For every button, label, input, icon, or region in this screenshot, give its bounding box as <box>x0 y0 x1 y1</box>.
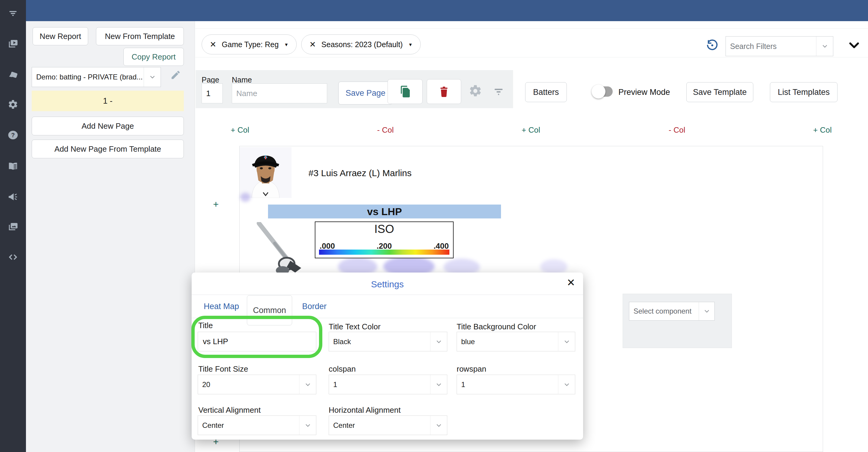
duplicate-page-button[interactable] <box>388 79 423 104</box>
add-column-button[interactable]: + Col <box>223 125 256 135</box>
preview-mode-label: Preview Mode <box>618 88 670 97</box>
title-bg-color-select[interactable]: blue <box>457 332 575 351</box>
chevron-down-icon[interactable] <box>299 416 316 435</box>
code-icon[interactable] <box>7 252 19 262</box>
report-panel: New Report New From Template Copy Report… <box>26 21 195 452</box>
filter-history-icon[interactable] <box>706 39 719 52</box>
tab-common[interactable]: Common <box>247 295 292 326</box>
settings-modal: Settings ✕ Heat Map Common Border Title … <box>192 273 583 440</box>
new-from-template-button[interactable]: New From Template <box>96 27 184 45</box>
title-text-color-select[interactable]: Black <box>329 332 447 351</box>
add-row-button[interactable]: + <box>213 199 219 210</box>
add-new-page-from-template-button[interactable]: Add New Page From Template <box>32 140 184 158</box>
component-title-banner[interactable]: vs LHP <box>268 204 501 219</box>
heatmap-fragment <box>240 193 250 202</box>
batters-button[interactable]: Batters <box>525 82 567 102</box>
delete-page-button[interactable] <box>427 79 461 104</box>
vertical-alignment-value: Center <box>198 416 299 435</box>
remove-filter-icon[interactable]: ✕ <box>309 40 316 49</box>
page-filter-icon[interactable] <box>493 85 505 97</box>
chevron-down-icon[interactable] <box>299 375 316 394</box>
legend-title: ISO <box>315 223 453 236</box>
video-library-icon[interactable] <box>7 38 19 49</box>
colspan-select[interactable]: 1 <box>329 375 447 394</box>
vertical-alignment-label: Vertical Alignment <box>198 405 261 415</box>
toggle-knob[interactable] <box>592 85 606 98</box>
menu-icon[interactable] <box>7 8 19 19</box>
edit-pencil-icon[interactable] <box>170 69 181 80</box>
batter-illustration <box>256 222 311 273</box>
list-templates-button[interactable]: List Templates <box>770 82 838 102</box>
filter-chip-label: Game Type: Reg <box>222 40 279 49</box>
title-text-color-label: Title Text Color <box>329 322 380 332</box>
horizontal-alignment-label: Horizontal Alignment <box>329 405 401 415</box>
chevron-down-icon[interactable] <box>144 67 161 87</box>
preview-mode-toggle[interactable] <box>594 86 613 97</box>
chevron-down-icon[interactable] <box>430 416 447 435</box>
page-label: Page <box>202 76 219 84</box>
chevron-down-icon[interactable] <box>558 332 575 351</box>
report-select[interactable]: Demo: batting - PRIVATE (brad... <box>32 67 161 87</box>
save-page-button[interactable]: Save Page <box>338 82 393 105</box>
title-font-size-select[interactable]: 20 <box>198 375 316 394</box>
horizontal-alignment-select[interactable]: Center <box>329 416 447 435</box>
remove-column-button[interactable]: - Col <box>369 125 402 135</box>
close-icon[interactable]: ✕ <box>567 277 576 288</box>
title-font-size-label: Title Font Size <box>198 364 248 374</box>
page-number-input[interactable] <box>202 83 223 103</box>
gear-icon[interactable] <box>7 99 19 110</box>
rowspan-value: 1 <box>457 375 558 394</box>
tab-heat-map[interactable]: Heat Map <box>204 302 239 311</box>
filter-chip-game-type[interactable]: ✕ Game Type: Reg ▼ <box>202 34 297 54</box>
caret-down-icon[interactable]: ▼ <box>408 42 412 47</box>
add-column-button[interactable]: + Col <box>514 125 548 135</box>
search-filters-placeholder: Search Filters <box>726 36 816 56</box>
image-gallery-icon[interactable] <box>7 221 19 232</box>
tab-border[interactable]: Border <box>302 302 327 311</box>
rowspan-label: rowspan <box>457 364 486 374</box>
collapse-filters-icon[interactable] <box>847 39 861 52</box>
add-column-button[interactable]: + Col <box>806 125 839 135</box>
chevron-down-icon[interactable] <box>816 36 833 56</box>
chevron-down-icon[interactable] <box>558 375 575 394</box>
title-bg-color-label: Title Background Color <box>457 322 536 332</box>
chevron-down-icon[interactable] <box>430 332 447 351</box>
top-bar <box>26 0 868 21</box>
cards-icon[interactable] <box>7 69 19 80</box>
vertical-alignment-select[interactable]: Center <box>198 416 316 435</box>
help-icon[interactable]: ? <box>7 130 19 141</box>
heatmap-legend: ISO .000 .200 .400 <box>315 222 454 258</box>
modal-title: Settings <box>192 279 583 289</box>
chevron-down-icon[interactable] <box>699 302 714 320</box>
add-new-page-button[interactable]: Add New Page <box>32 117 184 135</box>
caret-down-icon[interactable]: ▼ <box>284 42 288 47</box>
report-select-value: Demo: batting - PRIVATE (brad... <box>32 67 144 87</box>
copy-report-button[interactable]: Copy Report <box>123 48 184 66</box>
page-name-input[interactable] <box>232 83 327 103</box>
page-list-item[interactable]: 1 - <box>32 91 184 111</box>
announcements-icon[interactable] <box>7 191 19 202</box>
chevron-down-icon[interactable] <box>430 375 447 394</box>
heatmap-fragment <box>540 259 567 274</box>
horizontal-alignment-value: Center <box>329 416 430 435</box>
component-select[interactable]: Select component <box>629 302 715 320</box>
new-report-button[interactable]: New Report <box>33 27 88 45</box>
player-name: #3 Luis Arraez (L) Marlins <box>308 168 412 178</box>
search-filters-select[interactable]: Search Filters <box>725 36 833 56</box>
player-photo <box>240 147 291 198</box>
svg-text:?: ? <box>11 132 15 138</box>
filter-chip-seasons[interactable]: ✕ Seasons: 2023 (Default) ▼ <box>301 34 421 54</box>
component-select-placeholder: Select component <box>629 302 699 320</box>
remove-filter-icon[interactable]: ✕ <box>210 40 216 49</box>
rowspan-select[interactable]: 1 <box>457 375 575 394</box>
page-settings-gear-icon[interactable] <box>468 84 482 98</box>
remove-column-button[interactable]: - Col <box>660 125 693 135</box>
app: ? New Report New From Template Copy Repo… <box>0 0 868 452</box>
docs-icon[interactable] <box>7 161 19 172</box>
empty-component-cell: Select component <box>623 294 732 348</box>
title-input[interactable] <box>198 332 316 351</box>
title-label: Title <box>198 321 213 330</box>
legend-gradient-bar <box>319 250 450 255</box>
colspan-value: 1 <box>329 375 430 394</box>
save-template-button[interactable]: Save Template <box>686 82 753 102</box>
